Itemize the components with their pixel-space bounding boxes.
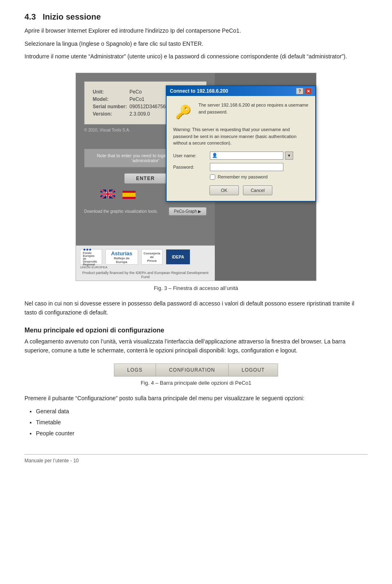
union-europea-label: UNION EUROPEA: [80, 265, 211, 269]
username-input[interactable]: [210, 152, 283, 160]
config-intro: Premere il pulsante “Configurazione” pos…: [24, 394, 368, 403]
section-title: Inizio sessione: [42, 12, 100, 21]
product-note: Product partially financed by the IDEPA …: [80, 271, 211, 279]
fig3-caption: Fig. 3 – Finestra di accesso all’unità: [24, 285, 368, 291]
figure-3-screenshot: Unit: PeCo Model: PeCo1 Serial number: 0…: [24, 73, 368, 281]
unit-value: PeCo: [129, 88, 171, 96]
logos-bar: ★★★ Fondo Europeode DesarrolloRegional A…: [76, 245, 215, 281]
key-icon: 🔑: [173, 102, 194, 122]
list-item-timetable: Timetable: [36, 418, 368, 427]
page-footer: Manuale per l’utente - 10: [24, 454, 368, 464]
fig3-description: Nel caso in cui non si dovesse essere in…: [24, 299, 368, 317]
remember-checkbox[interactable]: [210, 174, 215, 180]
password-label: Password:: [173, 165, 210, 169]
spain-flag[interactable]: [122, 191, 136, 199]
dialog-close-button[interactable]: ✕: [305, 88, 312, 94]
paragraph-2: Selezionare la lingua (Inglese o Spagnol…: [24, 40, 368, 49]
list-item-general-data: General data: [36, 407, 368, 416]
password-input[interactable]: [210, 163, 283, 171]
section-heading: 4.3 Inizio sessione: [24, 12, 368, 22]
asturias-logo: Asturias Reflejo de Europa: [105, 249, 138, 265]
remember-label: Remember my password: [218, 174, 267, 179]
version-value: 2.3.009.0: [129, 110, 171, 118]
dialog-warning-text: Warning: This server is requesting that …: [173, 126, 309, 147]
config-options-list: General data Timetable People counter: [36, 407, 368, 438]
paragraph-1: Aprire il browser Internet Explorer ed i…: [24, 27, 368, 36]
ok-button[interactable]: OK: [209, 185, 239, 195]
pescadores-logo: Consejería dePesca: [141, 249, 163, 265]
version-label: Version:: [93, 110, 129, 118]
enter-button[interactable]: ENTER: [124, 173, 167, 184]
dialog-info-text: The server 192.168.6.200 at peco require…: [198, 102, 309, 122]
username-label: User name:: [173, 153, 210, 158]
uk-flag[interactable]: [100, 189, 115, 200]
unit-label: Unit:: [93, 88, 129, 96]
connect-dialog: Connect to 192.168.6.200 ? ✕ 🔑 The serve…: [166, 85, 316, 202]
download-text: Download the graphic visualization tools…: [84, 209, 158, 214]
fig4-caption: Fig. 4 – Barra principale delle opzioni …: [24, 380, 368, 386]
dialog-help-button[interactable]: ?: [296, 88, 303, 94]
section-number: 4.3: [24, 12, 36, 21]
serial-label: Serial number:: [93, 103, 129, 110]
peco-graph-button[interactable]: PeCo-Graph ▶: [169, 207, 207, 216]
paragraph-3: Introdurre il nome utente “Administrator…: [24, 52, 368, 61]
list-item-people-counter: People counter: [36, 429, 368, 438]
figure-4-toolbar: LOGS CONFIGURATION LOGOUT: [24, 363, 368, 377]
footer-page-number: Manuale per l’utente - 10: [24, 458, 79, 464]
cancel-button[interactable]: Cancel: [243, 185, 272, 195]
logout-button[interactable]: LOGOUT: [229, 364, 278, 376]
username-dropdown[interactable]: ▼: [285, 152, 293, 160]
dialog-titlebar: Connect to 192.168.6.200 ? ✕: [167, 86, 315, 96]
model-label: Model:: [93, 96, 129, 103]
configuration-button[interactable]: CONFIGURATION: [156, 364, 229, 376]
model-value: PeCo1: [129, 96, 171, 103]
menu-section-title: Menu principale ed opzioni di configuraz…: [24, 327, 368, 334]
serial-value: 090512D3467566: [129, 103, 171, 110]
eu-logo: ★★★ Fondo Europeode DesarrolloRegional: [80, 249, 102, 265]
download-row: Download the graphic visualization tools…: [84, 207, 207, 216]
dialog-title: Connect to 192.168.6.200: [170, 88, 296, 94]
idepa-logo: IDEPA: [166, 249, 190, 265]
menu-section-p1: A collegamento avvenuto con l’unità, ver…: [24, 337, 368, 355]
logs-button[interactable]: LOGS: [114, 364, 156, 376]
